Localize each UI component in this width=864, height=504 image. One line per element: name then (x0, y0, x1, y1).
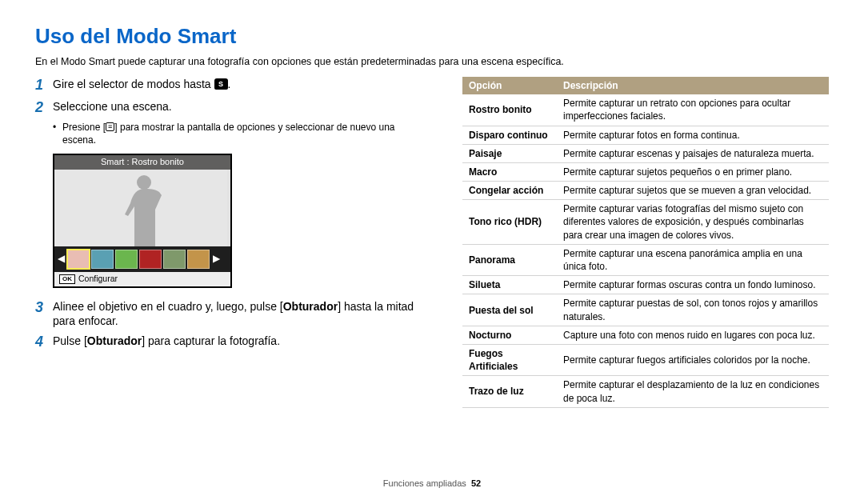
table-row: Rostro bonitoPermite capturar un retrato… (462, 94, 829, 126)
page-footer: Funciones ampliadas 52 (35, 478, 829, 490)
option-description: Permite capturar fuegos artificiales col… (557, 344, 829, 375)
table-row: SiluetaPermite capturar formas oscuras c… (462, 276, 829, 294)
camera-mode-label: Smart : Rostro bonito (54, 155, 230, 170)
thumbnail-left-arrow-icon[interactable]: ◀ (56, 249, 66, 270)
svg-point-1 (137, 175, 151, 190)
table-row: NocturnoCapture una foto con menos ruido… (462, 326, 829, 344)
option-description: Permite capturar una escena panorámica a… (557, 244, 829, 275)
mode-dial-smart-icon: S (214, 78, 228, 90)
step-4-bold: Obturador (87, 334, 142, 347)
thumbnail-selected[interactable] (67, 250, 90, 269)
step-1-pre: Gire el selector de modos hasta (53, 78, 214, 90)
footer-section: Funciones ampliadas (383, 478, 466, 488)
table-header-description: Descripción (557, 77, 829, 94)
option-name: Congelar acción (462, 182, 557, 200)
thumbnail[interactable] (163, 250, 186, 269)
step-text: Seleccione una escena. (53, 99, 172, 117)
page-title: Uso del Modo Smart (35, 22, 829, 50)
step-2-sub-pre: Presione [ (62, 122, 106, 133)
table-row: Disparo continuoPermite capturar fotos e… (462, 126, 829, 144)
table-row: PaisajePermite capturar escenas y paisaj… (462, 144, 829, 162)
step-3-pre: Alinee el objetivo en el cuadro y, luego… (53, 300, 283, 313)
option-description: Permite capturar fotos en forma continua… (557, 126, 829, 144)
step-4-post: ] para capturar la fotografía. (142, 334, 280, 347)
option-description: Permite capturar sujetos que se mueven a… (557, 182, 829, 200)
footer-page-number: 52 (471, 478, 481, 488)
table-row: MacroPermite capturar sujetos pequeños o… (462, 162, 829, 181)
step-2: 2 Seleccione una escena. (35, 99, 427, 117)
step-2-sub: • Presione [≡] para mostrar la pantalla … (53, 121, 427, 146)
step-1: 1 Gire el selector de modos hasta S. (35, 77, 427, 94)
thumbnail[interactable] (115, 250, 138, 269)
table-row: Congelar acciónPermite capturar sujetos … (462, 182, 829, 200)
option-name: Tono rico (HDR) (462, 200, 557, 245)
table-row: Trazo de luzPermite capturar el desplaza… (462, 376, 829, 407)
option-name: Rostro bonito (462, 94, 557, 126)
option-description: Permite capturar puestas de sol, con ton… (557, 294, 829, 326)
menu-button-icon: ≡ (106, 122, 114, 131)
thumbnail[interactable] (139, 250, 162, 269)
option-name: Paisaje (462, 144, 557, 162)
step-number: 1 (35, 77, 53, 94)
table-row: Puesta del solPermite capturar puestas d… (462, 294, 829, 326)
option-name: Puesta del sol (462, 294, 557, 326)
step-text: Alinee el objetivo en el cuadro y, luego… (53, 299, 427, 330)
step-3: 3 Alinee el objetivo en el cuadro y, lue… (35, 299, 427, 330)
step-1-post: . (228, 78, 231, 90)
bullet-dot: • (53, 121, 62, 146)
camera-thumbnail-row: ◀ ▶ (54, 246, 230, 272)
left-column: 1 Gire el selector de modos hasta S. 2 S… (35, 77, 427, 471)
option-description: Permite capturar varias fotografías del … (557, 200, 829, 245)
option-description: Permite capturar sujetos pequeños o en p… (557, 162, 829, 181)
thumbnail[interactable] (187, 250, 210, 269)
step-4: 4 Pulse [Obturador] para capturar la fot… (35, 334, 427, 351)
option-name: Silueta (462, 276, 557, 294)
option-name: Panorama (462, 244, 557, 275)
table-row: PanoramaPermite capturar una escena pano… (462, 244, 829, 275)
step-number: 4 (35, 334, 53, 351)
ok-button-icon: OK (59, 274, 75, 284)
step-2-sub-text: Presione [≡] para mostrar la pantalla de… (62, 121, 427, 146)
step-number: 2 (35, 99, 53, 117)
camera-bottom-label: Configurar (78, 273, 118, 284)
option-name: Disparo continuo (462, 126, 557, 144)
intro-text: En el Modo Smart puede capturar una foto… (35, 55, 829, 69)
option-description: Permite capturar el desplazamiento de la… (557, 376, 829, 407)
option-description: Capture una foto con menos ruido en luga… (557, 326, 829, 344)
option-name: Nocturno (462, 326, 557, 344)
step-number: 3 (35, 299, 53, 330)
step-text: Gire el selector de modos hasta S. (53, 77, 230, 94)
option-name: Macro (462, 162, 557, 181)
option-description: Permite capturar escenas y paisajes de n… (557, 144, 829, 162)
options-table-body: Rostro bonitoPermite capturar un retrato… (462, 94, 829, 407)
table-row: Tono rico (HDR)Permite capturar varias f… (462, 200, 829, 245)
option-description: Permite capturar un retrato con opciones… (557, 94, 829, 126)
option-name: Fuegos Artificiales (462, 344, 557, 375)
camera-screen-illustration: Smart : Rostro bonito ◀ (53, 154, 232, 288)
step-3-bold: Obturador (283, 300, 338, 313)
step-text: Pulse [Obturador] para capturar la fotog… (53, 334, 280, 351)
step-4-pre: Pulse [ (53, 334, 87, 347)
right-column: Opción Descripción Rostro bonitoPermite … (462, 77, 829, 471)
camera-bottom-bar: OK Configurar (54, 272, 230, 286)
table-row: Fuegos ArtificialesPermite capturar fueg… (462, 344, 829, 375)
option-description: Permite capturar formas oscuras contra u… (557, 276, 829, 294)
camera-scene-preview (54, 170, 230, 246)
thumbnail-right-arrow-icon[interactable]: ▶ (211, 249, 221, 270)
options-table: Opción Descripción Rostro bonitoPermite … (462, 77, 829, 408)
option-name: Trazo de luz (462, 376, 557, 407)
table-header-option: Opción (462, 77, 557, 94)
thumbnail[interactable] (91, 250, 114, 269)
